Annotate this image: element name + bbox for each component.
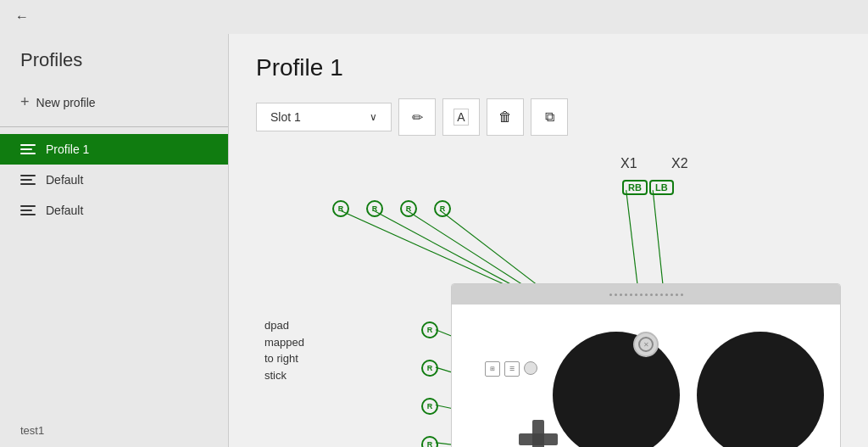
controller-image: ✕ ⊞ ☰ [451,283,841,447]
r-badge-8: R [421,436,438,447]
ctrl-dot-13 [670,293,673,296]
ctrl-dot-10 [655,293,658,296]
edit-icon: ✏ [412,109,423,126]
profile1-label: Profile 1 [46,142,89,156]
sidebar: Profiles + New profile Profile 1 Default… [0,34,229,447]
xbox-circle: ✕ [638,337,654,352]
xbox-button: ✕ [633,332,659,357]
new-profile-label: New profile [36,96,96,109]
ctrl-dot-8 [645,293,648,296]
new-profile-button[interactable]: + New profile [0,85,228,120]
main-content: Profile 1 Slot 1 ∨ ✏ A 🗑 ⧉ X1 X2 [229,34,868,447]
small-btn-2: ☰ [504,361,520,377]
controller-illustration: ✕ ⊞ ☰ [468,315,824,447]
copy-button[interactable]: ⧉ [531,98,568,136]
hamburger-icon-3 [20,205,36,215]
slot-dropdown[interactable]: Slot 1 ∨ [256,103,392,131]
sidebar-item-default1[interactable]: Default [0,165,228,195]
small-buttons-row: ⊞ ☰ [485,361,537,377]
mapping-label: dpad mapped to right stick [264,317,304,383]
diagram-area: X1 X2 RB LB R R R R dpad mapped to right… [256,156,841,447]
toolbar: Slot 1 ∨ ✏ A 🗑 ⧉ [256,98,841,136]
controller-top-bar [452,284,840,305]
ctrl-dot-14 [676,293,678,296]
test1-label: test1 [0,414,228,447]
ctrl-dot-9 [650,293,653,296]
small-btn-1: ⊞ [485,361,500,377]
ctrl-dot-11 [660,293,663,296]
ctrl-dot-2 [615,293,617,296]
slot-label: Slot 1 [270,110,301,124]
r-badge-1: R [332,200,349,217]
r-badge-6: R [421,360,438,377]
lb-badge: LB [649,180,674,195]
font-icon: A [453,109,468,126]
controller-dots-row [459,293,833,296]
sidebar-item-default2[interactable]: Default [0,195,228,226]
dpad-cross [519,420,558,447]
sidebar-item-profile1[interactable]: Profile 1 [0,134,228,165]
page-title: Profile 1 [256,54,841,81]
ctrl-dot-4 [625,293,627,296]
copy-icon: ⧉ [545,109,554,125]
sidebar-title: Profiles [0,34,228,85]
ctrl-dot-12 [665,293,668,296]
edit-button[interactable]: ✏ [398,98,436,136]
r-badge-4: R [434,200,451,217]
rb-badge: RB [622,180,648,195]
r-badge-7: R [421,398,438,415]
ctrl-dot-15 [681,293,683,296]
ctrl-dot-6 [635,293,637,296]
r-badge-3: R [400,200,417,217]
sidebar-divider [0,126,228,127]
default2-label: Default [46,204,83,217]
r-badge-2: R [366,200,383,217]
plus-icon: + [20,93,30,111]
ctrl-dot-1 [609,293,612,296]
small-circle-btn [524,361,537,375]
ctrl-dot-7 [640,293,643,296]
delete-icon: 🗑 [498,109,512,125]
x2-label: X2 [671,156,688,171]
chevron-down-icon: ∨ [370,111,377,123]
delete-button[interactable]: 🗑 [487,98,524,136]
top-bar: ← [0,0,868,34]
x1-label: X1 [620,156,637,171]
ctrl-dot-5 [630,293,632,296]
controller-body: ✕ ⊞ ☰ [452,305,840,447]
back-button[interactable]: ← [8,6,36,28]
left-pad [553,332,680,447]
r-badge-5: R [421,321,438,338]
main-layout: Profiles + New profile Profile 1 Default… [0,34,868,447]
default1-label: Default [46,173,83,187]
font-button[interactable]: A [442,98,480,136]
hamburger-icon [20,144,36,154]
right-pad [697,332,824,447]
dpad [519,420,558,447]
ctrl-dot-3 [620,293,622,296]
dpad-center [532,433,544,445]
hamburger-icon-2 [20,175,36,185]
